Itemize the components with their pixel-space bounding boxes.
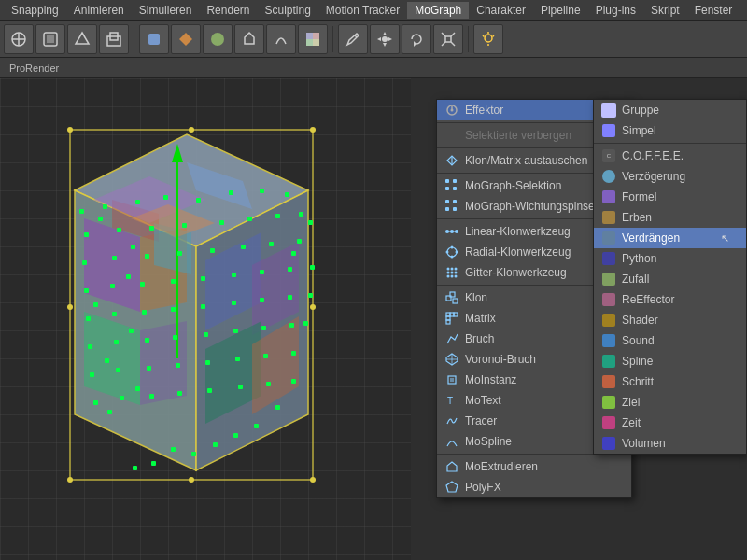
svg-rect-22 — [445, 36, 451, 42]
toolbar-btn-rotate[interactable] — [402, 24, 431, 54]
toolbar-btn-scale[interactable] — [433, 24, 463, 54]
spline-label: Spline — [622, 355, 653, 368]
mospline-label: MoSpline — [465, 435, 512, 448]
bruch-icon — [444, 331, 459, 346]
matrix-icon — [444, 311, 459, 326]
linear-klonwerkzeug-icon — [444, 224, 459, 239]
effektor-zeit[interactable]: Zeit — [594, 413, 746, 433]
effektor-coffee[interactable]: C C.O.F.F.E.E. — [594, 146, 746, 166]
toolbar-btn-light[interactable] — [473, 24, 503, 54]
svg-rect-13 — [306, 39, 313, 46]
svg-rect-14 — [313, 39, 319, 46]
svg-point-55 — [189, 127, 194, 133]
motext-icon: T — [444, 393, 459, 408]
toolbar-btn-pencil[interactable] — [338, 24, 368, 54]
effektor-ziel[interactable]: Ziel — [594, 392, 746, 413]
volumen-label: Volumen — [622, 437, 666, 450]
toolbar-btn-2[interactable] — [35, 24, 65, 54]
toolbar — [0, 21, 747, 58]
svg-point-27 — [485, 35, 492, 42]
effektor-simpel[interactable]: Simpel — [594, 120, 746, 141]
svg-point-72 — [447, 268, 450, 271]
dropdown-item-moextrudieren[interactable]: MoExtrudieren — [437, 456, 631, 477]
effektor-volumen[interactable]: Volumen — [594, 433, 746, 454]
toolbar-btn-6[interactable] — [171, 24, 201, 54]
toolbar-btn-1[interactable] — [4, 24, 34, 54]
svg-point-51 — [67, 127, 73, 133]
toolbar-btn-8[interactable] — [234, 24, 264, 54]
dropdown-effektor: Gruppe Simpel C C.O.F.F.E.E. Verzögerung — [593, 99, 747, 455]
menu-simulieren[interactable]: Simulieren — [132, 2, 200, 19]
effektor-sound[interactable]: Sound — [594, 330, 746, 351]
effektor-label: Effektor — [465, 104, 503, 117]
svg-point-16 — [382, 36, 388, 42]
effektor-formel[interactable]: Formel — [594, 187, 746, 207]
toolbar-btn-7[interactable] — [203, 24, 233, 54]
effektor-shader[interactable]: Shader — [594, 310, 746, 330]
mograph-wichtung-icon — [444, 199, 459, 214]
menu-snapping[interactable]: Snapping — [4, 2, 66, 19]
svg-line-24 — [451, 33, 455, 36]
polyfx-label: PolyFX — [465, 481, 501, 494]
svg-marker-10 — [245, 33, 254, 44]
cube-3d — [0, 78, 355, 508]
svg-rect-88 — [446, 320, 450, 324]
sound-icon — [601, 333, 616, 348]
svg-point-76 — [451, 272, 454, 274]
toolbar-btn-4[interactable] — [99, 24, 129, 54]
matrix-label: Matrix — [465, 312, 496, 325]
effektor-schritt[interactable]: Schritt — [594, 371, 746, 392]
menu-skript[interactable]: Skript — [643, 2, 687, 19]
coffee-icon: C — [601, 148, 616, 163]
menu-charakter[interactable]: Charakter — [469, 2, 533, 19]
effektor-gruppe[interactable]: Gruppe — [594, 100, 746, 120]
effektor-erben[interactable]: Erben — [594, 207, 746, 228]
mograph-selektion-label: MoGraph-Selektion — [465, 179, 561, 192]
viewport[interactable] — [0, 78, 411, 560]
zeit-label: Zeit — [622, 416, 641, 429]
svg-rect-84 — [446, 313, 450, 316]
effektor-spline[interactable]: Spline — [594, 351, 746, 371]
toolbar-btn-5[interactable] — [139, 24, 169, 54]
erben-label: Erben — [622, 211, 652, 224]
toolbar-btn-3[interactable] — [67, 24, 97, 54]
schritt-icon — [601, 374, 616, 389]
schritt-label: Schritt — [622, 375, 654, 388]
menu-plugins[interactable]: Plug-ins — [588, 2, 643, 19]
effektor-reeffector[interactable]: ReEffector — [594, 289, 746, 310]
menu-fenster[interactable]: Fenster — [687, 2, 740, 19]
effektor-verdraengen[interactable]: Verdrängen ↖ — [594, 228, 746, 248]
toolbar-btn-9[interactable] — [266, 24, 296, 54]
toolbar-btn-move[interactable] — [370, 24, 400, 54]
menu-bar: Snapping Animieren Simulieren Rendern Sc… — [0, 0, 747, 21]
menu-sculpting[interactable]: Sculpting — [257, 2, 317, 19]
ziel-icon — [601, 395, 616, 410]
toolbar-btn-10[interactable] — [298, 24, 328, 54]
verdraengen-label: Verdrängen — [622, 231, 680, 245]
effektor-sep-1 — [594, 143, 746, 144]
effektor-icon — [444, 103, 459, 118]
menu-rendern[interactable]: Rendern — [199, 2, 257, 19]
dropdown-item-polyfx[interactable]: PolyFX — [437, 477, 631, 497]
svg-point-54 — [310, 477, 316, 483]
subtoolbar-prorender[interactable]: ProRender — [6, 61, 63, 76]
moextrudieren-icon — [444, 459, 459, 474]
svg-point-61 — [451, 109, 454, 112]
polyfx-icon — [444, 480, 459, 495]
svg-point-57 — [310, 304, 316, 310]
svg-marker-38 — [140, 321, 187, 405]
svg-marker-96 — [446, 482, 458, 492]
shader-icon — [601, 313, 616, 328]
effektor-zufall[interactable]: Zufall — [594, 269, 746, 289]
klon-matrix-label: Klon/Matrix austauschen — [465, 154, 587, 167]
menu-mograph[interactable]: MoGraph — [407, 2, 469, 19]
menu-animieren[interactable]: Animieren — [66, 2, 132, 19]
svg-rect-93 — [450, 378, 454, 382]
subtoolbar: ProRender — [0, 58, 747, 78]
moinstanz-icon — [444, 372, 459, 387]
menu-motion-tracker[interactable]: Motion Tracker — [318, 2, 407, 19]
effektor-python[interactable]: Python — [594, 248, 746, 269]
menu-pipeline[interactable]: Pipeline — [533, 2, 588, 19]
sound-label: Sound — [622, 334, 655, 347]
effektor-verzoegerung[interactable]: Verzögerung — [594, 166, 746, 187]
